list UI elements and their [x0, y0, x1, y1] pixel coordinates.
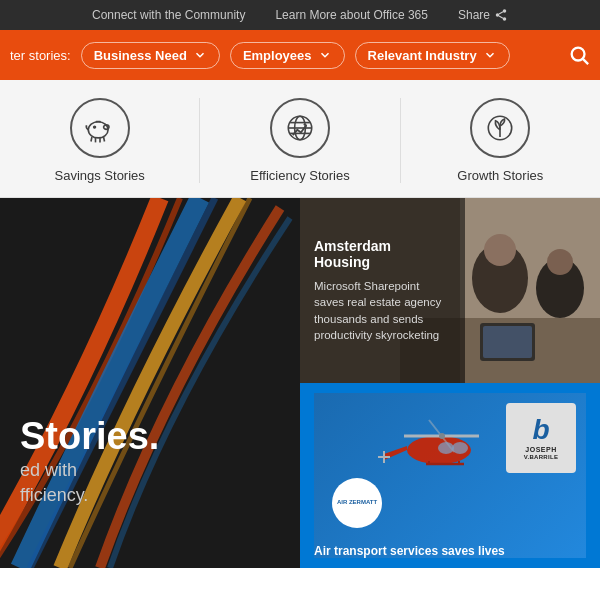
svg-line-3 — [499, 16, 503, 18]
efficiency-category[interactable]: Efficiency Stories — [200, 98, 400, 183]
svg-point-5 — [572, 48, 585, 61]
search-icon — [568, 44, 590, 66]
air-zermatt-logo: AIR ZERMATT — [332, 478, 382, 528]
relevant-industry-filter[interactable]: Relevant Industry — [355, 42, 510, 69]
joseph-barrile-logo: b JOSEPH V.BARRILE — [506, 403, 576, 473]
business-need-filter[interactable]: Business Need — [81, 42, 220, 69]
svg-point-40 — [452, 442, 468, 454]
main-content: Stories. ed with fficiency. — [0, 198, 600, 568]
efficiency-label: Efficiency Stories — [250, 168, 349, 183]
svg-point-39 — [438, 442, 454, 454]
left-panel: Stories. ed with fficiency. — [0, 198, 300, 568]
story-card-air-transport[interactable]: AIR ZERMATT b JOSEPH V.BARRILE Air trans… — [300, 383, 600, 568]
svg-point-8 — [93, 126, 95, 128]
svg-line-4 — [499, 12, 503, 14]
svg-point-10 — [103, 125, 108, 130]
growth-icon — [470, 98, 530, 158]
right-panel: Amsterdam Housing Microsoft Sharepoint s… — [300, 198, 600, 568]
savings-label: Savings Stories — [55, 168, 145, 183]
savings-category[interactable]: Savings Stories — [0, 98, 200, 183]
decorative-curves — [0, 198, 300, 568]
top-bar: Connect with the Community Learn More ab… — [0, 0, 600, 30]
svg-point-1 — [496, 13, 500, 17]
svg-point-38 — [439, 433, 445, 439]
growth-category[interactable]: Growth Stories — [401, 98, 600, 183]
helicopter-icon — [374, 408, 494, 478]
growth-label: Growth Stories — [457, 168, 543, 183]
chevron-down-icon — [193, 48, 207, 62]
svg-point-0 — [503, 9, 507, 12]
savings-icon — [70, 98, 130, 158]
svg-line-14 — [103, 137, 104, 142]
chevron-down-icon — [483, 48, 497, 62]
share-button[interactable]: Share — [458, 8, 508, 22]
filter-prefix: ter stories: — [10, 48, 71, 63]
svg-point-2 — [503, 17, 507, 21]
svg-rect-31 — [483, 326, 532, 358]
filter-bar: ter stories: Business Need Employees Rel… — [0, 30, 600, 80]
svg-point-27 — [484, 234, 516, 266]
efficiency-icon — [270, 98, 330, 158]
bottom-story-text: Air transport services saves lives — [314, 544, 586, 558]
hero-sub-text: ed with fficiency. — [20, 458, 159, 508]
svg-rect-9 — [95, 121, 100, 123]
share-icon — [494, 8, 508, 22]
employees-filter[interactable]: Employees — [230, 42, 345, 69]
svg-line-11 — [91, 137, 92, 142]
svg-point-29 — [547, 249, 573, 275]
connect-link[interactable]: Connect with the Community — [92, 8, 245, 22]
search-button[interactable] — [568, 44, 590, 66]
hero-text: Stories. ed with fficiency. — [20, 416, 159, 508]
story-card-amsterdam[interactable]: Amsterdam Housing Microsoft Sharepoint s… — [300, 198, 600, 383]
hero-big-text: Stories. — [20, 416, 159, 458]
story-title: Amsterdam Housing — [314, 238, 451, 270]
category-row: Savings Stories Efficiency Stories — [0, 80, 600, 198]
chevron-down-icon — [318, 48, 332, 62]
learn-link[interactable]: Learn More about Office 365 — [275, 8, 428, 22]
story-description: Microsoft Sharepoint saves real estate a… — [314, 278, 451, 342]
svg-line-6 — [583, 59, 588, 64]
story-overlay: Amsterdam Housing Microsoft Sharepoint s… — [300, 198, 465, 383]
story-card-bottom-bg: AIR ZERMATT b JOSEPH V.BARRILE — [314, 393, 586, 558]
